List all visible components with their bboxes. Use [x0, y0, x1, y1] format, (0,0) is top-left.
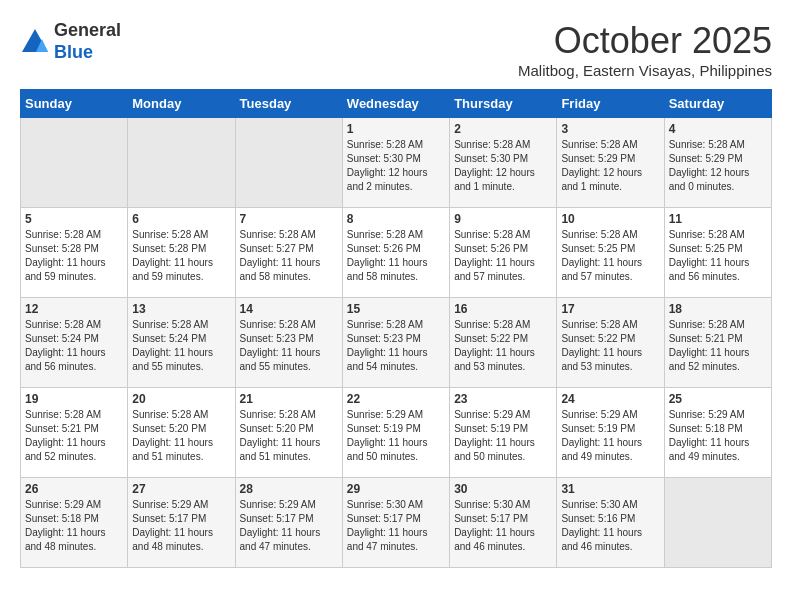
sunset-label: Sunset: 5:19 PM: [454, 423, 528, 434]
day-number: 25: [669, 392, 767, 406]
daylight-label: Daylight: 11 hours and 48 minutes.: [132, 527, 213, 552]
sunset-label: Sunset: 5:29 PM: [561, 153, 635, 164]
sunset-label: Sunset: 5:21 PM: [669, 333, 743, 344]
day-number: 5: [25, 212, 123, 226]
cell-content: Sunrise: 5:28 AMSunset: 5:30 PMDaylight:…: [347, 138, 445, 194]
daylight-label: Daylight: 12 hours and 0 minutes.: [669, 167, 750, 192]
day-number: 24: [561, 392, 659, 406]
calendar-cell: 31Sunrise: 5:30 AMSunset: 5:16 PMDayligh…: [557, 478, 664, 568]
day-number: 20: [132, 392, 230, 406]
sunset-label: Sunset: 5:17 PM: [454, 513, 528, 524]
day-number: 14: [240, 302, 338, 316]
calendar-cell: 11Sunrise: 5:28 AMSunset: 5:25 PMDayligh…: [664, 208, 771, 298]
day-number: 31: [561, 482, 659, 496]
calendar-cell: 2Sunrise: 5:28 AMSunset: 5:30 PMDaylight…: [450, 118, 557, 208]
sunset-label: Sunset: 5:24 PM: [132, 333, 206, 344]
cell-content: Sunrise: 5:29 AMSunset: 5:17 PMDaylight:…: [132, 498, 230, 554]
calendar-cell: 23Sunrise: 5:29 AMSunset: 5:19 PMDayligh…: [450, 388, 557, 478]
cell-content: Sunrise: 5:29 AMSunset: 5:19 PMDaylight:…: [561, 408, 659, 464]
calendar-cell: 14Sunrise: 5:28 AMSunset: 5:23 PMDayligh…: [235, 298, 342, 388]
daylight-label: Daylight: 11 hours and 47 minutes.: [240, 527, 321, 552]
calendar-cell: [235, 118, 342, 208]
calendar-cell: 17Sunrise: 5:28 AMSunset: 5:22 PMDayligh…: [557, 298, 664, 388]
cell-content: Sunrise: 5:28 AMSunset: 5:29 PMDaylight:…: [561, 138, 659, 194]
sunset-label: Sunset: 5:17 PM: [240, 513, 314, 524]
calendar-cell: 22Sunrise: 5:29 AMSunset: 5:19 PMDayligh…: [342, 388, 449, 478]
sunrise-label: Sunrise: 5:28 AM: [240, 229, 316, 240]
calendar-cell: 29Sunrise: 5:30 AMSunset: 5:17 PMDayligh…: [342, 478, 449, 568]
calendar-cell: 13Sunrise: 5:28 AMSunset: 5:24 PMDayligh…: [128, 298, 235, 388]
weekday-header-row: SundayMondayTuesdayWednesdayThursdayFrid…: [21, 90, 772, 118]
calendar-cell: 10Sunrise: 5:28 AMSunset: 5:25 PMDayligh…: [557, 208, 664, 298]
daylight-label: Daylight: 11 hours and 55 minutes.: [240, 347, 321, 372]
sunset-label: Sunset: 5:22 PM: [561, 333, 635, 344]
day-number: 21: [240, 392, 338, 406]
sunrise-label: Sunrise: 5:29 AM: [561, 409, 637, 420]
sunset-label: Sunset: 5:19 PM: [347, 423, 421, 434]
sunrise-label: Sunrise: 5:29 AM: [347, 409, 423, 420]
sunrise-label: Sunrise: 5:28 AM: [240, 409, 316, 420]
sunrise-label: Sunrise: 5:28 AM: [454, 319, 530, 330]
daylight-label: Daylight: 11 hours and 56 minutes.: [25, 347, 106, 372]
day-number: 15: [347, 302, 445, 316]
sunset-label: Sunset: 5:18 PM: [25, 513, 99, 524]
calendar-cell: 9Sunrise: 5:28 AMSunset: 5:26 PMDaylight…: [450, 208, 557, 298]
sunset-label: Sunset: 5:25 PM: [669, 243, 743, 254]
calendar-cell: [664, 478, 771, 568]
sunset-label: Sunset: 5:17 PM: [132, 513, 206, 524]
calendar-cell: 20Sunrise: 5:28 AMSunset: 5:20 PMDayligh…: [128, 388, 235, 478]
sunset-label: Sunset: 5:19 PM: [561, 423, 635, 434]
weekday-header: Monday: [128, 90, 235, 118]
calendar-cell: 6Sunrise: 5:28 AMSunset: 5:28 PMDaylight…: [128, 208, 235, 298]
calendar-cell: 21Sunrise: 5:28 AMSunset: 5:20 PMDayligh…: [235, 388, 342, 478]
sunrise-label: Sunrise: 5:28 AM: [669, 229, 745, 240]
cell-content: Sunrise: 5:29 AMSunset: 5:19 PMDaylight:…: [347, 408, 445, 464]
cell-content: Sunrise: 5:28 AMSunset: 5:29 PMDaylight:…: [669, 138, 767, 194]
sunset-label: Sunset: 5:23 PM: [240, 333, 314, 344]
daylight-label: Daylight: 11 hours and 51 minutes.: [132, 437, 213, 462]
calendar-cell: 15Sunrise: 5:28 AMSunset: 5:23 PMDayligh…: [342, 298, 449, 388]
day-number: 23: [454, 392, 552, 406]
daylight-label: Daylight: 11 hours and 56 minutes.: [669, 257, 750, 282]
day-number: 28: [240, 482, 338, 496]
calendar-cell: 24Sunrise: 5:29 AMSunset: 5:19 PMDayligh…: [557, 388, 664, 478]
calendar-cell: 1Sunrise: 5:28 AMSunset: 5:30 PMDaylight…: [342, 118, 449, 208]
sunrise-label: Sunrise: 5:28 AM: [454, 229, 530, 240]
daylight-label: Daylight: 11 hours and 49 minutes.: [561, 437, 642, 462]
day-number: 7: [240, 212, 338, 226]
day-number: 29: [347, 482, 445, 496]
sunrise-label: Sunrise: 5:29 AM: [240, 499, 316, 510]
calendar-cell: 5Sunrise: 5:28 AMSunset: 5:28 PMDaylight…: [21, 208, 128, 298]
logo-text: General Blue: [54, 20, 121, 63]
cell-content: Sunrise: 5:28 AMSunset: 5:24 PMDaylight:…: [25, 318, 123, 374]
location-title: Malitbog, Eastern Visayas, Philippines: [518, 62, 772, 79]
cell-content: Sunrise: 5:28 AMSunset: 5:22 PMDaylight:…: [454, 318, 552, 374]
sunrise-label: Sunrise: 5:28 AM: [347, 319, 423, 330]
day-number: 8: [347, 212, 445, 226]
calendar-week-row: 26Sunrise: 5:29 AMSunset: 5:18 PMDayligh…: [21, 478, 772, 568]
cell-content: Sunrise: 5:28 AMSunset: 5:22 PMDaylight:…: [561, 318, 659, 374]
cell-content: Sunrise: 5:29 AMSunset: 5:17 PMDaylight:…: [240, 498, 338, 554]
day-number: 6: [132, 212, 230, 226]
sunrise-label: Sunrise: 5:28 AM: [132, 319, 208, 330]
calendar-week-row: 5Sunrise: 5:28 AMSunset: 5:28 PMDaylight…: [21, 208, 772, 298]
day-number: 2: [454, 122, 552, 136]
sunrise-label: Sunrise: 5:28 AM: [454, 139, 530, 150]
cell-content: Sunrise: 5:28 AMSunset: 5:20 PMDaylight:…: [240, 408, 338, 464]
sunset-label: Sunset: 5:23 PM: [347, 333, 421, 344]
sunset-label: Sunset: 5:28 PM: [132, 243, 206, 254]
sunset-label: Sunset: 5:16 PM: [561, 513, 635, 524]
day-number: 10: [561, 212, 659, 226]
daylight-label: Daylight: 12 hours and 1 minute.: [454, 167, 535, 192]
day-number: 26: [25, 482, 123, 496]
weekday-header: Wednesday: [342, 90, 449, 118]
sunrise-label: Sunrise: 5:28 AM: [669, 139, 745, 150]
weekday-header: Tuesday: [235, 90, 342, 118]
daylight-label: Daylight: 11 hours and 53 minutes.: [561, 347, 642, 372]
sunset-label: Sunset: 5:27 PM: [240, 243, 314, 254]
sunset-label: Sunset: 5:18 PM: [669, 423, 743, 434]
day-number: 16: [454, 302, 552, 316]
day-number: 22: [347, 392, 445, 406]
weekday-header: Friday: [557, 90, 664, 118]
calendar-cell: 27Sunrise: 5:29 AMSunset: 5:17 PMDayligh…: [128, 478, 235, 568]
